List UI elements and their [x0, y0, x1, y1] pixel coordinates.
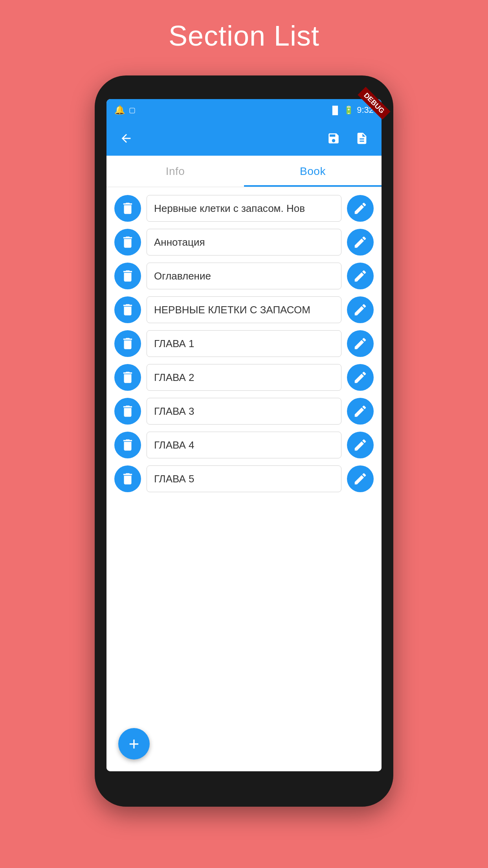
content-area: + [106, 187, 382, 771]
section-row [114, 398, 374, 425]
delete-button-9[interactable] [114, 465, 141, 492]
edit-button-5[interactable] [347, 330, 374, 357]
section-input-2[interactable] [147, 229, 341, 256]
delete-button-4[interactable] [114, 296, 141, 323]
section-input-6[interactable] [147, 364, 341, 391]
section-input-1[interactable] [147, 195, 341, 222]
edit-button-4[interactable] [347, 296, 374, 323]
section-row [114, 432, 374, 458]
edit-button-1[interactable] [347, 195, 374, 222]
section-row [114, 229, 374, 256]
section-row [114, 263, 374, 289]
edit-button-8[interactable] [347, 432, 374, 458]
delete-button-1[interactable] [114, 195, 141, 222]
section-input-7[interactable] [147, 398, 341, 425]
delete-button-7[interactable] [114, 398, 141, 425]
delete-button-3[interactable] [114, 263, 141, 289]
section-row [114, 296, 374, 323]
edit-button-6[interactable] [347, 364, 374, 391]
delete-button-5[interactable] [114, 330, 141, 357]
delete-button-8[interactable] [114, 432, 141, 458]
tabs-bar: Info Book [106, 156, 382, 187]
add-section-fab[interactable]: + [118, 728, 150, 760]
battery-icon: 🔋 [344, 105, 354, 115]
section-input-4[interactable] [147, 296, 341, 323]
section-row [114, 465, 374, 492]
tab-book[interactable]: Book [244, 156, 382, 187]
section-input-9[interactable] [147, 465, 341, 492]
edit-button-3[interactable] [347, 263, 374, 289]
section-row [114, 330, 374, 357]
app-bar [106, 121, 382, 156]
checklist-button[interactable] [352, 128, 372, 149]
delete-button-6[interactable] [114, 364, 141, 391]
tab-info[interactable]: Info [106, 156, 244, 187]
edit-button-2[interactable] [347, 229, 374, 256]
back-button[interactable] [116, 128, 136, 149]
wifi-icon: ▢ [129, 106, 136, 114]
edit-button-7[interactable] [347, 398, 374, 425]
phone-shell: 🔔 ▢ ▐▌ 🔋 9:32 DEBUG [95, 75, 393, 807]
network-icon: 🔔 [114, 105, 125, 115]
section-row [114, 364, 374, 391]
status-bar: 🔔 ▢ ▐▌ 🔋 9:32 [106, 99, 382, 121]
section-input-3[interactable] [147, 263, 341, 289]
signal-icon: ▐▌ [330, 106, 341, 115]
section-input-5[interactable] [147, 330, 341, 357]
section-row [114, 195, 374, 222]
page-title: Section List [169, 20, 319, 52]
save-button[interactable] [323, 128, 344, 149]
edit-button-9[interactable] [347, 465, 374, 492]
section-input-8[interactable] [147, 432, 341, 458]
delete-button-2[interactable] [114, 229, 141, 256]
phone-screen: 🔔 ▢ ▐▌ 🔋 9:32 DEBUG [106, 99, 382, 771]
